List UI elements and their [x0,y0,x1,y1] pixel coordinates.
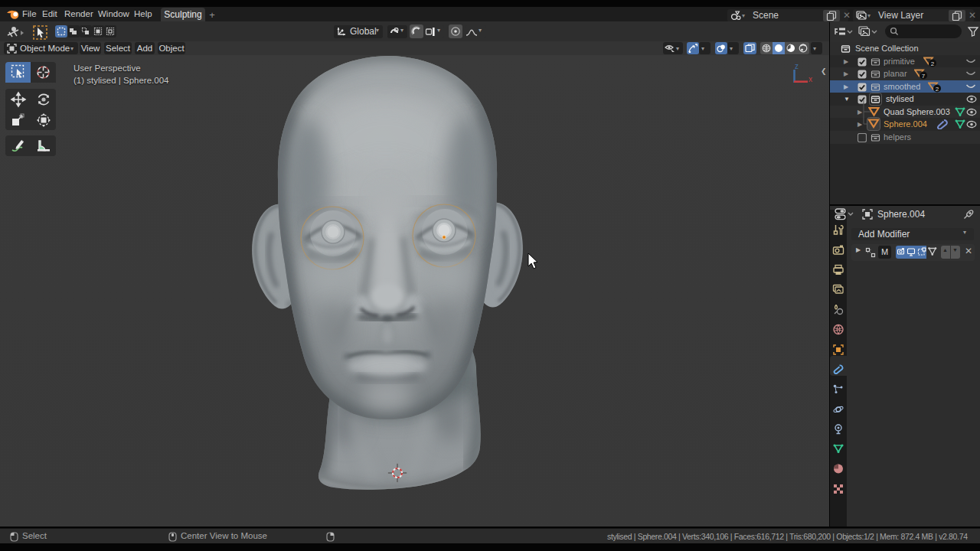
svg-text:x: x [808,75,812,83]
svg-text:❮: ❮ [821,67,827,76]
svg-text:z: z [795,62,799,70]
svg-text:7: 7 [922,73,926,80]
svg-text:2: 2 [931,60,935,67]
svg-text:2: 2 [936,86,939,93]
